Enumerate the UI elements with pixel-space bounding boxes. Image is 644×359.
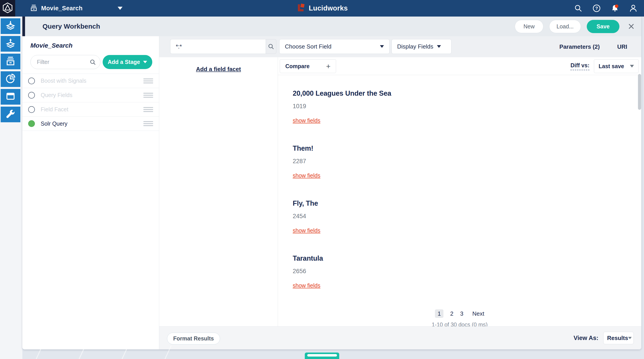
user-account-icon[interactable] <box>629 4 637 12</box>
result-item: 20,000 Leagues Under the Sea 1019 show f… <box>293 90 641 124</box>
results-list: 20,000 Leagues Under the Sea 1019 show f… <box>278 75 641 289</box>
view-as-caret-down-icon <box>628 337 632 339</box>
pipeline-collection-title: Movie_Search <box>30 42 159 49</box>
result-item: Tarantula 2656 show fields <box>293 254 641 289</box>
format-results-button[interactable]: Format Results <box>167 332 220 344</box>
stage-toggle-dot-active[interactable] <box>28 120 35 127</box>
diff-vs-select[interactable]: Last save <box>594 59 639 73</box>
add-field-facet-link[interactable]: Add a field facet <box>196 66 241 72</box>
stage-row-solr-query[interactable]: Solr Query <box>22 116 159 131</box>
results-summary: 1-10 of 30 docs (0 ms) <box>278 322 641 326</box>
query-search-group <box>170 39 276 54</box>
results-footer-bar: Format Results View As: Results <box>159 326 641 350</box>
lucidworks-logo-icon <box>296 3 306 14</box>
lucidworks-brand: Lucidworks <box>296 0 348 16</box>
parameters-link[interactable]: Parameters (2) <box>560 43 600 50</box>
compare-button[interactable]: Compare + <box>280 59 336 73</box>
header-actions: New Load... Save <box>515 16 635 36</box>
result-title: Them! <box>293 144 641 152</box>
page-button-3[interactable]: 3 <box>460 310 463 317</box>
drag-handle-icon[interactable] <box>143 106 153 113</box>
save-button[interactable]: Save <box>587 20 620 33</box>
help-icon[interactable]: ? <box>592 4 600 12</box>
results-column: Compare + Diff vs: Last save <box>278 57 641 326</box>
rail-system-button[interactable] <box>1 107 20 122</box>
page-title: Query Workbench <box>42 16 100 36</box>
stage-list: Boost with Signals Query Fields Field Fa… <box>22 74 159 131</box>
workbench-header: Query Workbench New Load... Save <box>22 16 641 36</box>
pipeline-controls: Add a Stage <box>30 55 152 69</box>
rail-analytics-button[interactable] <box>1 71 20 87</box>
rail-app-insights-button[interactable] <box>1 89 20 104</box>
display-fields-caret-down-icon <box>437 45 441 48</box>
collections-icon <box>5 56 16 67</box>
result-id: 2454 <box>293 213 641 220</box>
collection-selector-label: Movie_Search <box>41 5 82 12</box>
view-as-label: View As: <box>574 335 598 342</box>
drag-handle-icon[interactable] <box>143 92 153 99</box>
topbar-actions: ? <box>574 0 637 16</box>
stage-row-boost-with-signals[interactable]: Boost with Signals <box>22 74 159 88</box>
run-query-button[interactable] <box>266 39 276 54</box>
view-as-select[interactable]: Results <box>603 332 634 344</box>
show-fields-link[interactable]: show fields <box>293 117 320 124</box>
result-title: Fly, The <box>293 200 641 208</box>
analytics-pie-icon <box>5 73 16 85</box>
rail-collections-button[interactable] <box>1 54 20 69</box>
show-fields-link[interactable]: show fields <box>293 282 320 289</box>
results-header: Compare + Diff vs: Last save <box>278 57 641 75</box>
result-item: Them! 2287 show fields <box>293 144 641 179</box>
display-fields-select[interactable]: Display Fields <box>392 39 452 54</box>
pipeline-stages-panel: Movie_Search Add a Stage Boost with Sign… <box>22 36 159 350</box>
page-button-1[interactable]: 1 <box>435 309 444 318</box>
next-page-button[interactable]: Next <box>472 310 484 317</box>
stage-row-query-fields[interactable]: Query Fields <box>22 88 159 102</box>
add-stage-caret-down-icon <box>143 61 147 63</box>
bottom-peek-highlight <box>307 354 337 356</box>
query-toolbar-links: Parameters (2) URI <box>560 36 627 57</box>
workbench-main: Choose Sort Field Display Fields Paramet… <box>159 36 641 350</box>
search-icon[interactable] <box>574 4 582 12</box>
drag-handle-icon[interactable] <box>143 120 153 127</box>
stage-filter <box>30 55 100 69</box>
query-search-icon <box>268 43 274 50</box>
compare-plus-icon: + <box>326 62 330 70</box>
stage-toggle-dot[interactable] <box>28 92 35 98</box>
show-fields-link[interactable]: show fields <box>293 172 320 179</box>
uri-link[interactable]: URI <box>617 43 627 50</box>
result-id: 1019 <box>293 103 641 110</box>
pagination: 1 2 3 Next <box>278 309 641 318</box>
new-button[interactable]: New <box>515 20 544 33</box>
notifications-bell-icon[interactable] <box>611 4 619 12</box>
workbench-body: Movie_Search Add a Stage Boost with Sign… <box>22 36 641 350</box>
add-stage-button[interactable]: Add a Stage <box>103 55 152 69</box>
fusion-home-button[interactable] <box>0 0 15 16</box>
page-button-2[interactable]: 2 <box>450 310 453 317</box>
result-item: Fly, The 2454 show fields <box>293 200 641 234</box>
bottom-peek-element[interactable] <box>305 352 339 359</box>
result-title: 20,000 Leagues Under the Sea <box>293 90 641 98</box>
header-accent-bar <box>22 16 25 36</box>
result-id: 2656 <box>293 268 641 275</box>
rail-query-pipelines-button[interactable] <box>1 36 20 52</box>
query-input[interactable] <box>170 39 266 54</box>
load-button[interactable]: Load... <box>549 20 581 33</box>
query-workbench-window: Query Workbench New Load... Save Movie_S… <box>22 16 641 350</box>
result-id: 2287 <box>293 158 641 165</box>
collection-icon <box>30 4 38 12</box>
close-icon[interactable] <box>628 22 635 30</box>
collection-selector[interactable]: Movie_Search <box>30 0 128 16</box>
show-fields-link[interactable]: show fields <box>293 227 320 234</box>
drag-handle-icon[interactable] <box>143 77 153 84</box>
query-pipelines-icon <box>5 38 16 50</box>
diff-caret-down-icon <box>630 65 634 68</box>
diff-vs-label: Diff vs: <box>570 62 590 70</box>
vertical-scrollbar-thumb[interactable] <box>638 74 641 110</box>
stage-toggle-dot[interactable] <box>28 78 35 84</box>
stage-toggle-dot[interactable] <box>28 106 35 113</box>
stage-row-field-facet[interactable]: Field Facet <box>22 102 159 116</box>
rail-index-pipelines-button[interactable] <box>1 18 20 34</box>
sort-field-select[interactable]: Choose Sort Field <box>279 39 390 54</box>
view-as-control: View As: Results <box>574 332 634 344</box>
svg-text:?: ? <box>595 6 598 11</box>
